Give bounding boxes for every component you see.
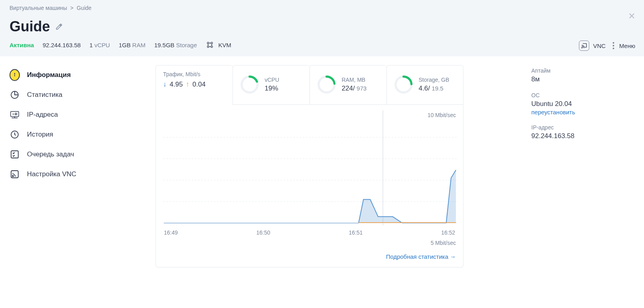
status-badge: Активна xyxy=(10,42,34,48)
clock-icon xyxy=(10,129,20,140)
meta-kvm: KVM xyxy=(206,40,231,49)
right-info-panel: Аптайм 8м ОС Ubuntu 20.04 переустановить… xyxy=(531,65,634,268)
detailed-stats-link[interactable]: Подробная статистика → xyxy=(386,253,456,260)
ip-label: IP-адрес xyxy=(531,124,634,131)
vm-meta-row: Активна 92.244.163.58 1 vCPU 1GB RAM 19.… xyxy=(10,40,634,49)
edit-icon[interactable] xyxy=(56,23,63,30)
tasks-icon xyxy=(10,149,20,160)
svg-point-4 xyxy=(582,48,582,48)
arrow-down-icon: ↓ xyxy=(163,81,167,89)
meta-ram: 1GB RAM xyxy=(119,42,146,48)
svg-rect-9 xyxy=(11,151,18,158)
chart-x-ticks: 16:49 16:50 16:51 16:52 xyxy=(163,229,456,236)
sidebar-item-label: Информация xyxy=(27,71,71,79)
sidebar-item-stats[interactable]: Статистика xyxy=(10,85,144,105)
sidebar-item-label: IP-адреса xyxy=(27,111,58,119)
storage-value: 4.6/ 19.5 xyxy=(419,85,449,92)
traffic-chart-panel: 10 Mbit/sec 16:49 16:50 16:51 16:52 5 Mb… xyxy=(156,105,463,268)
sidebar: Информация Статистика IP-адреса История xyxy=(10,65,144,268)
reinstall-link[interactable]: переустановить xyxy=(531,109,575,116)
x-tick: 16:51 xyxy=(349,229,363,236)
sidebar-item-ip[interactable]: IP-адреса xyxy=(10,105,144,125)
chart-y-bottom-label: 5 Mbit/sec xyxy=(431,240,456,246)
x-tick: 16:50 xyxy=(256,229,270,236)
svg-point-1 xyxy=(211,42,213,44)
uptime-label: Аптайм xyxy=(531,67,634,74)
breadcrumb: Виртуальные машины > Guide xyxy=(10,5,634,11)
x-tick: 16:52 xyxy=(441,229,455,236)
breadcrumb-root[interactable]: Виртуальные машины xyxy=(10,5,67,11)
ram-title: RAM, MB xyxy=(342,77,367,83)
sidebar-item-tasks[interactable]: Очередь задач xyxy=(10,144,144,164)
breadcrumb-sep: > xyxy=(70,5,73,11)
chart-y-top-label: 10 Mbit/sec xyxy=(427,112,456,118)
sidebar-item-label: Настройка VNC xyxy=(27,170,76,178)
ram-value: 224/ 973 xyxy=(342,85,367,92)
vcpu-title: vCPU xyxy=(265,77,279,83)
traffic-chart xyxy=(163,110,457,225)
info-icon xyxy=(10,69,20,81)
arrow-up-icon: ↑ xyxy=(186,81,190,89)
ip-icon xyxy=(10,110,20,120)
tab-vcpu[interactable]: vCPU 19% xyxy=(233,65,310,105)
storage-gauge xyxy=(394,75,413,94)
svg-point-11 xyxy=(12,176,13,177)
vnc-settings-icon xyxy=(10,169,20,179)
meta-storage: 19.5GB Storage xyxy=(154,42,197,48)
sidebar-item-label: История xyxy=(27,131,53,139)
cast-icon xyxy=(579,40,589,51)
sidebar-item-label: Очередь задач xyxy=(27,150,74,158)
ram-gauge xyxy=(317,75,336,94)
svg-rect-7 xyxy=(11,112,19,117)
cluster-icon xyxy=(206,40,214,49)
storage-title: Storage, GB xyxy=(419,77,449,83)
svg-point-2 xyxy=(208,46,209,47)
uptime-value: 8м xyxy=(531,75,634,83)
os-label: ОС xyxy=(531,92,634,98)
sidebar-item-info[interactable]: Информация xyxy=(10,65,144,85)
traffic-up-value: 0.04 xyxy=(192,81,206,89)
svg-point-5 xyxy=(14,73,15,74)
vcpu-gauge xyxy=(240,75,259,94)
x-tick: 16:49 xyxy=(164,229,178,236)
tab-traffic[interactable]: Трафик, Mbit/s ↓ 4.95 ↑ 0.04 xyxy=(156,65,233,105)
menu-button[interactable]: Меню xyxy=(613,42,635,49)
traffic-title: Трафик, Mbit/s xyxy=(163,71,200,77)
breadcrumb-current: Guide xyxy=(77,5,91,11)
tab-storage[interactable]: Storage, GB 4.6/ 19.5 xyxy=(386,65,463,105)
close-icon[interactable]: ✕ xyxy=(628,11,635,21)
meta-vcpu: 1 vCPU xyxy=(89,42,110,48)
traffic-down-value: 4.95 xyxy=(170,81,183,89)
ip-value: 92.244.163.58 xyxy=(531,132,634,140)
kebab-icon xyxy=(613,42,614,49)
piechart-icon xyxy=(10,90,20,100)
svg-point-3 xyxy=(211,46,213,47)
page-header: Виртуальные машины > Guide ✕ Guide Актив… xyxy=(0,0,644,56)
page-title: Guide xyxy=(10,18,50,35)
sidebar-item-vnc[interactable]: Настройка VNC xyxy=(10,164,144,184)
tab-ram[interactable]: RAM, MB 224/ 973 xyxy=(310,65,386,105)
meta-ip: 92.244.163.58 xyxy=(43,42,81,48)
vnc-button[interactable]: VNC xyxy=(579,40,606,51)
vcpu-value: 19% xyxy=(265,85,279,92)
os-value: Ubuntu 20.04 xyxy=(531,100,634,108)
metric-cards: Трафик, Mbit/s ↓ 4.95 ↑ 0.04 vCPU 19% xyxy=(156,65,520,105)
sidebar-item-label: Статистика xyxy=(27,91,62,99)
svg-point-0 xyxy=(208,42,209,44)
sidebar-item-history[interactable]: История xyxy=(10,125,144,144)
